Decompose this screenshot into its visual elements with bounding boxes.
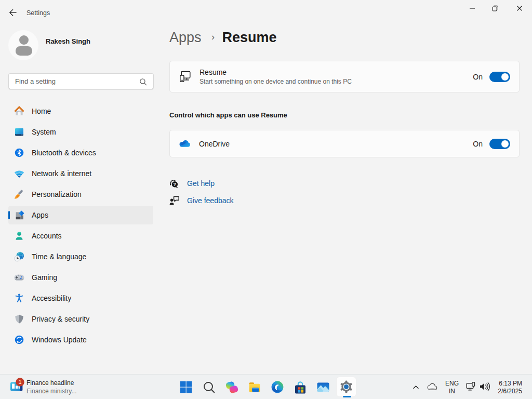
svg-text:?: ? <box>173 181 176 187</box>
